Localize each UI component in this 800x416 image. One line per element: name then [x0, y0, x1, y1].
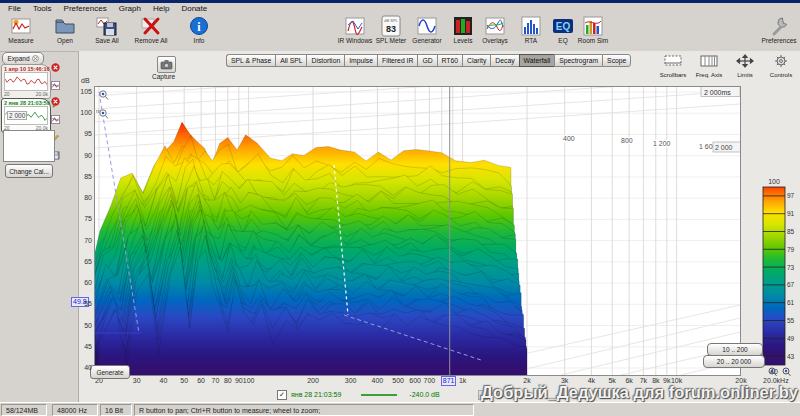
status-memory: 58/124MB — [1, 404, 47, 416]
irwindows-icon — [344, 15, 366, 37]
range-button-20-20000[interactable]: 20 .. 20 000 — [703, 355, 765, 368]
scrollbars-icon — [662, 54, 684, 72]
thumb-max-label: 20.0k — [36, 91, 48, 97]
limits-label: Limits — [737, 72, 753, 78]
toolbar-button-overlays[interactable]: Overlays — [476, 15, 514, 49]
generate-button[interactable]: Generate — [90, 365, 130, 379]
toolbar-button-roomsim[interactable]: Room Sim — [574, 15, 612, 49]
tab-decay[interactable]: Decay — [490, 54, 518, 67]
overlays-icon — [484, 15, 506, 37]
measurement-title: 1 апр 10 15:46:16 — [2, 65, 50, 72]
waterfall-surface: 4008001 2001 6002 0002 000ms — [94, 86, 741, 376]
generator-label: Generator — [412, 37, 441, 44]
freq-tick-90: 90 — [235, 377, 243, 384]
tab-filtered-ir[interactable]: Filtered IR — [377, 54, 417, 67]
zoom-in-out-icons[interactable] — [767, 367, 793, 378]
graph-button-scrollbars[interactable]: Scrollbars — [655, 54, 691, 78]
spl-tick-40: 40 — [79, 364, 92, 371]
measurement-card-1[interactable]: 1 апр 10 15:46:162020.0k — [1, 64, 51, 99]
toolbar-button-removeall[interactable]: Remove All — [132, 15, 170, 49]
freq-tick-60: 60 — [197, 377, 205, 384]
menu-item-tools[interactable]: Tools — [28, 4, 57, 13]
limits-icon — [734, 54, 756, 72]
roomsim-icon — [582, 15, 604, 37]
status-samplerate: 48000 Hz — [52, 404, 98, 416]
toolbar-button-splmeter[interactable]: dB SPL83SPL Meter — [372, 15, 410, 49]
generator-icon — [416, 15, 438, 37]
spl-tick-95: 95 — [79, 130, 92, 137]
tab-spl-phase[interactable]: SPL & Phase — [226, 54, 275, 67]
graph-corner-buttons: ScrollbarsFreq. AxisLimitsControls — [655, 54, 799, 78]
levels-icon — [452, 15, 474, 37]
measurement-graph-icon[interactable] — [51, 115, 60, 124]
eq-label: EQ — [558, 37, 567, 44]
toolbar: MeasureOpenSave AllRemove AlliInfoIR Win… — [0, 14, 800, 52]
graph-button-limits[interactable]: Limits — [727, 54, 763, 78]
tab-distortion[interactable]: Distortion — [306, 54, 344, 67]
change-cal-button[interactable]: Change Cal... — [5, 164, 53, 178]
tab-spectrogram[interactable]: Spectrogram — [554, 54, 602, 67]
toolbar-button-preferences[interactable]: Preferences — [760, 15, 798, 49]
remove-measurement-icon[interactable] — [51, 63, 60, 72]
menu-item-help[interactable]: Help — [148, 4, 174, 13]
freq-tick-500: 500 — [392, 377, 404, 384]
toolbar-button-open[interactable]: Open — [46, 15, 84, 49]
tab-all-spl[interactable]: All SPL — [275, 54, 306, 67]
menu-item-file[interactable]: File — [3, 4, 26, 13]
main-content: Expand 1 апр 10 15:46:162020.0k2 янв 28 … — [0, 51, 800, 402]
svg-text:1 200: 1 200 — [653, 140, 671, 147]
legend-line-swatch — [359, 392, 399, 398]
toolbar-button-irwindows[interactable]: IR Windows — [336, 15, 374, 49]
freqaxis-label: Freq. Axis — [696, 72, 723, 78]
plot-zoom-icons[interactable] — [98, 89, 110, 123]
menu-item-donate[interactable]: Donate — [176, 4, 212, 13]
menu-item-preferences[interactable]: Preferences — [59, 4, 112, 13]
graph-tab-bar: SPL & PhaseAll SPLDistortionImpulseFilte… — [226, 54, 631, 67]
toolbar-button-info[interactable]: iInfo — [180, 15, 218, 49]
open-icon — [54, 15, 76, 37]
measure-label: Measure — [8, 37, 33, 44]
irwindows-label: IR Windows — [338, 37, 373, 44]
rta-label: RTA — [525, 37, 537, 44]
graph-button-freqaxis[interactable]: Freq. Axis — [691, 54, 727, 78]
capture-button[interactable] — [157, 56, 176, 73]
spl-tick-65: 65 — [79, 258, 92, 265]
legend-checkbox[interactable]: ✓ — [277, 390, 287, 400]
svg-text:79: 79 — [787, 246, 795, 253]
controls-icon — [770, 54, 792, 72]
measurement-thumbnail — [4, 72, 48, 91]
spl-tick-50: 50 — [79, 322, 92, 329]
graph-button-controls[interactable]: Controls — [763, 54, 799, 78]
status-bar: 58/124MB 48000 Hz 16 Bit R button to pan… — [0, 402, 800, 416]
thumb-min-label: 20 — [4, 91, 10, 97]
graph-panel: Capture SPL & PhaseAll SPLDistortionImpu… — [78, 51, 800, 402]
svg-text:49: 49 — [787, 335, 795, 342]
measurement-list-empty[interactable] — [3, 130, 55, 162]
camera-icon — [160, 59, 173, 70]
watermark-text: Добрый_Дедушка для forum.onliner.by — [420, 383, 798, 402]
freq-tick-300: 300 — [345, 377, 357, 384]
menu-item-graph[interactable]: Graph — [114, 4, 146, 13]
tab-gd[interactable]: GD — [417, 54, 436, 67]
toolbar-button-measure[interactable]: Measure — [2, 15, 40, 49]
measure-icon — [10, 15, 32, 37]
collapse-icon — [32, 55, 39, 62]
tab-clarity[interactable]: Clarity — [462, 54, 490, 67]
legend-measurement-name: янв 28 21:03:59 — [291, 391, 341, 398]
toolbar-button-saveall[interactable]: Save All — [88, 15, 126, 49]
measurement-graph-icon[interactable] — [51, 81, 60, 90]
removeall-label: Remove All — [135, 37, 168, 44]
remove-measurement-icon[interactable] — [51, 97, 60, 106]
tab-rt60[interactable]: RT60 — [437, 54, 463, 67]
time-axis-left-label: 2 000 — [7, 111, 27, 120]
open-label: Open — [57, 37, 73, 44]
eq-icon: EQ — [552, 15, 574, 37]
waterfall-plot[interactable]: 4008001 2001 6002 0002 000ms — [94, 86, 741, 376]
tab-waterfall[interactable]: Waterfall — [519, 54, 555, 67]
saveall-label: Save All — [95, 37, 119, 44]
toolbar-button-generator[interactable]: Generator — [408, 15, 446, 49]
freqaxis-icon — [698, 54, 720, 72]
tab-scope[interactable]: Scope — [602, 54, 631, 67]
tab-impulse[interactable]: Impulse — [344, 54, 377, 67]
svg-text:61: 61 — [787, 299, 795, 306]
